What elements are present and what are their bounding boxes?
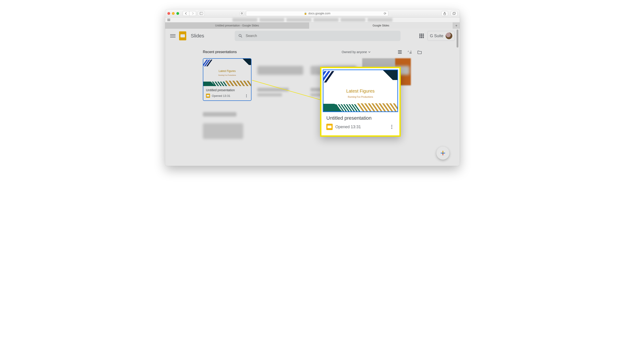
nav-back-forward [183, 11, 196, 16]
avatar[interactable] [445, 32, 452, 39]
show-favorites-icon[interactable] [167, 19, 170, 21]
svg-rect-10 [398, 53, 402, 54]
tab-untitled-presentation[interactable]: Untitled presentation - Google Slides [165, 23, 309, 29]
safari-titlebar: 🔒 docs.google.com ⟳ [165, 9, 460, 18]
share-button[interactable] [441, 11, 448, 16]
url-host: docs.google.com [309, 12, 330, 15]
open-file-picker-icon[interactable] [417, 50, 422, 54]
close-window-button[interactable] [167, 12, 170, 15]
list-view-icon[interactable] [397, 50, 402, 54]
gsuite-account-chip[interactable]: G Suite [427, 31, 455, 41]
opened-time: Opened 13:31 [212, 94, 230, 98]
ownership-filter-label: Owned by anyone [341, 50, 367, 54]
sort-az-icon[interactable]: AZ [407, 50, 412, 54]
callout-slide-title: Latest Figures [323, 89, 397, 94]
blurred-row [203, 110, 248, 148]
gsuite-label: G Suite [430, 34, 443, 38]
presentation-name: Untitled presentation [206, 88, 248, 92]
section-row: Recent presentations Owned by anyone AZ [203, 48, 422, 56]
forward-button[interactable] [189, 11, 196, 16]
minimize-window-button[interactable] [172, 12, 175, 15]
google-apps-button[interactable] [419, 34, 424, 38]
blurred-card [203, 110, 248, 148]
presentation-thumbnail[interactable]: Latest Figures Running Fox Productions [203, 59, 251, 86]
safari-tabs: Untitled presentation - Google Slides Go… [165, 23, 460, 29]
card-more-button[interactable] [244, 94, 248, 98]
slides-header: Slides G Suite [165, 29, 460, 43]
slide-subtitle: Running Fox Productions [203, 75, 251, 76]
tab-label: Untitled presentation - Google Slides [215, 24, 259, 27]
svg-point-6 [239, 34, 241, 37]
blurred-card [256, 58, 305, 101]
svg-rect-16 [442, 151, 443, 153]
tabs-overview-button[interactable] [451, 11, 457, 16]
vertical-scrollbar[interactable] [456, 29, 459, 166]
callout-slide-subtitle: Running Fox Productions [323, 96, 397, 98]
sidebar-toggle-button[interactable] [198, 11, 205, 16]
window-controls [167, 12, 179, 15]
safari-window: 🔒 docs.google.com ⟳ [165, 9, 460, 166]
callout-thumbnail[interactable]: Latest Figures Running Fox Productions [323, 70, 398, 112]
lock-icon: 🔒 [304, 12, 307, 15]
svg-rect-9 [398, 52, 402, 52]
blurred-favorites [233, 18, 392, 22]
tab-label: Google Slides [372, 24, 389, 27]
callout-presentation-name: Untitled presentation [326, 115, 394, 121]
presentation-card[interactable]: Latest Figures Running Fox Productions U… [203, 58, 252, 101]
svg-rect-15 [442, 153, 443, 153]
slides-file-icon [206, 94, 210, 98]
zoom-window-button[interactable] [176, 12, 179, 15]
callout-card: Latest Figures Running Fox Productions U… [320, 67, 401, 137]
chevron-down-icon [368, 51, 370, 53]
search-input[interactable] [246, 34, 397, 38]
view-toolbar: AZ [397, 50, 422, 54]
slide-title: Latest Figures [203, 70, 251, 73]
svg-rect-5 [453, 12, 456, 14]
slides-logo-icon[interactable] [179, 31, 186, 40]
svg-rect-0 [200, 12, 203, 15]
address-bar[interactable]: 🔒 docs.google.com ⟳ [246, 11, 389, 16]
section-title: Recent presentations [203, 50, 237, 54]
svg-line-7 [241, 36, 242, 37]
refresh-icon[interactable]: ⟳ [384, 12, 387, 15]
reader-button[interactable] [240, 11, 244, 16]
callout-more-button[interactable] [389, 124, 394, 130]
search-field[interactable] [235, 31, 401, 41]
callout-opened-time: Opened 13:31 [335, 125, 361, 129]
main-menu-button[interactable] [170, 33, 176, 39]
ownership-filter-dropdown[interactable]: Owned by anyone [341, 50, 370, 54]
slides-file-icon [326, 124, 333, 130]
new-presentation-fab[interactable] [436, 147, 449, 159]
back-button[interactable] [183, 11, 189, 16]
search-icon [238, 34, 242, 38]
app-name: Slides [191, 33, 204, 39]
plus-icon [440, 150, 446, 156]
svg-text:A: A [408, 50, 409, 52]
favorites-bar [165, 18, 460, 23]
svg-rect-4 [453, 13, 455, 15]
svg-rect-8 [398, 51, 402, 51]
tab-google-slides[interactable]: Google Slides [309, 23, 453, 29]
new-tab-button[interactable]: ＋ [453, 23, 460, 29]
